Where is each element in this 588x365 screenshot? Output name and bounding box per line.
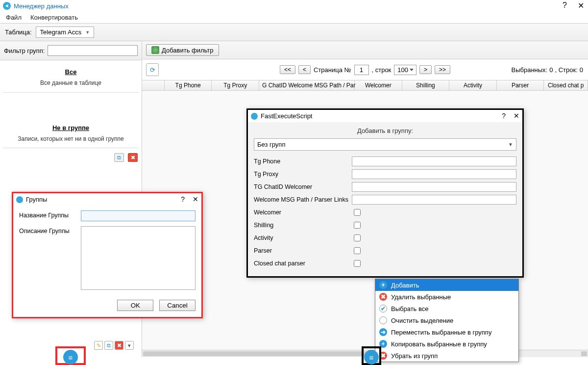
dialog-icon bbox=[16, 196, 23, 203]
delete-icon[interactable]: ✖ bbox=[128, 153, 138, 162]
selected-value: 0 bbox=[549, 66, 553, 74]
chevron-down-icon: ▼ bbox=[508, 142, 513, 147]
field-label: Shilling bbox=[254, 222, 352, 229]
context-menu: +Добавить ✖Удалить выбранные ✔Выбрать вс… bbox=[375, 279, 519, 362]
delete-icon[interactable]: ✖ bbox=[115, 341, 123, 350]
list-icon[interactable]: ≡ bbox=[364, 350, 379, 365]
group-ungrouped[interactable]: Не в группе Записи, которых нет ни в одн… bbox=[3, 119, 139, 149]
group-filter-row: Фильтр групп: bbox=[0, 41, 142, 60]
titlebar: Менеджер данных ? ✕ bbox=[0, 0, 588, 12]
ctx-copy-to-group[interactable]: +Копировать выбранные в группу bbox=[375, 338, 518, 350]
msg-path-input[interactable] bbox=[352, 195, 516, 205]
clear-icon bbox=[379, 316, 387, 324]
group-title: Не в группе bbox=[5, 124, 137, 131]
close-button[interactable]: ✕ bbox=[578, 1, 584, 10]
tg-phone-input[interactable] bbox=[352, 156, 516, 166]
ctx-clear-selection[interactable]: Очистить выделение bbox=[375, 314, 518, 326]
pager: ⟳ << < Страница № , строк 100 > >> Выбра… bbox=[142, 59, 588, 80]
table-select[interactable]: Telegram Accs ▼ bbox=[36, 26, 94, 38]
edit-icon[interactable]: ✎ bbox=[94, 341, 103, 350]
refresh-button[interactable]: ⟳ bbox=[146, 63, 159, 76]
group-title: Все bbox=[5, 68, 137, 76]
page-input[interactable] bbox=[354, 65, 368, 75]
group-desc-input[interactable] bbox=[81, 226, 196, 290]
ctx-delete[interactable]: ✖Удалить выбранные bbox=[375, 291, 518, 303]
col-parser[interactable]: Parser bbox=[497, 80, 544, 90]
activity-check[interactable] bbox=[354, 235, 361, 241]
add-to-group-label: Добавить в группу: bbox=[254, 127, 516, 134]
copy-icon[interactable]: ⧉ bbox=[104, 341, 113, 350]
prev-page-button[interactable]: < bbox=[298, 65, 311, 74]
col-activity[interactable]: Activity bbox=[449, 80, 497, 90]
highlight-list-button-2: ≡ bbox=[362, 346, 381, 365]
next-page-button[interactable]: > bbox=[419, 65, 432, 74]
group-desc-label: Описание Группы bbox=[19, 226, 77, 290]
col-tgproxy[interactable]: Tg Proxy bbox=[212, 80, 259, 90]
col-chatid[interactable]: G ChatID Welcome MSG Path / Par bbox=[259, 80, 355, 90]
group-desc: Записи, которых нет ни в одной группе bbox=[5, 135, 137, 143]
dialog-icon bbox=[251, 113, 258, 120]
group-name-input[interactable] bbox=[81, 210, 196, 221]
ok-button[interactable]: OK bbox=[117, 300, 153, 311]
move-icon: ➜ bbox=[379, 328, 387, 336]
dialog-close-button[interactable]: ✕ bbox=[514, 112, 519, 120]
rows-select[interactable]: 100 bbox=[394, 65, 416, 75]
rowcount-label: , Строк: bbox=[555, 66, 577, 74]
delete-icon: ✖ bbox=[379, 293, 387, 301]
welcomer-check[interactable] bbox=[354, 209, 361, 216]
field-label: TG ChatID Welcomer bbox=[254, 183, 352, 190]
last-page-button[interactable]: >> bbox=[435, 65, 450, 74]
dialog-title: Группы bbox=[26, 196, 47, 203]
toolbar: Таблица: Telegram Accs ▼ bbox=[0, 23, 588, 41]
field-label: Tg Proxy bbox=[254, 171, 352, 178]
first-page-button[interactable]: << bbox=[280, 65, 295, 74]
dialog-help-button[interactable]: ? bbox=[181, 195, 185, 203]
group-name-label: Название Группы bbox=[19, 210, 77, 221]
ctx-move-to-group[interactable]: ➜Переместить выбранные в группу bbox=[375, 326, 518, 338]
copy-icon[interactable]: ⧉ bbox=[114, 153, 124, 162]
ctx-remove-from-groups[interactable]: ✖Убрать из групп bbox=[375, 350, 518, 362]
fastexecute-dialog: FastExecuteScript ? ✕ Добавить в группу:… bbox=[246, 108, 524, 278]
closed-chat-check[interactable] bbox=[354, 260, 361, 267]
add-filter-button[interactable]: Добавить фильтр bbox=[146, 44, 219, 56]
group-filter-input[interactable] bbox=[48, 45, 138, 56]
ctx-add[interactable]: +Добавить bbox=[375, 279, 518, 291]
rowcount-value: 0 bbox=[580, 66, 583, 74]
rows-label: , строк bbox=[371, 66, 391, 74]
shilling-check[interactable] bbox=[354, 222, 361, 229]
group-select[interactable]: Без групп ▼ bbox=[254, 138, 516, 151]
field-label: Parser bbox=[254, 247, 352, 254]
groups-dialog: Группы ? ✕ Название Группы Описание Груп… bbox=[12, 192, 203, 318]
field-label: Activity bbox=[254, 235, 352, 241]
group-desc: Все данные в таблице bbox=[5, 79, 137, 87]
tg-proxy-input[interactable] bbox=[352, 169, 516, 179]
field-label: Welcomer bbox=[254, 209, 352, 216]
plus-icon: + bbox=[379, 281, 387, 289]
parser-check[interactable] bbox=[354, 247, 361, 254]
check-icon: ✔ bbox=[379, 305, 387, 313]
field-label: Closed chat parser bbox=[254, 260, 352, 267]
tg-chatid-input[interactable] bbox=[352, 182, 516, 192]
menu-convert[interactable]: Конвертировать bbox=[30, 14, 78, 21]
dialog-help-button[interactable]: ? bbox=[502, 112, 506, 120]
menubar: Файл Конвертировать bbox=[0, 12, 588, 23]
group-all[interactable]: Все Все данные в таблице bbox=[3, 63, 139, 93]
help-button[interactable]: ? bbox=[563, 1, 567, 10]
dropdown-icon[interactable]: ▾ bbox=[125, 341, 134, 350]
col-shilling[interactable]: Shilling bbox=[402, 80, 450, 90]
ctx-select-all[interactable]: ✔Выбрать все bbox=[375, 303, 518, 314]
menu-file[interactable]: Файл bbox=[6, 14, 22, 21]
col-tgphone[interactable]: Tg Phone bbox=[165, 80, 212, 90]
group-select-value: Без групп bbox=[257, 141, 285, 148]
cancel-button[interactable]: Cancel bbox=[159, 300, 196, 311]
col-closed[interactable]: Closed chat p bbox=[544, 80, 588, 90]
dialog-title: FastExecuteScript bbox=[261, 112, 313, 120]
col-welcomer[interactable]: Welcomer bbox=[355, 80, 402, 90]
list-icon[interactable]: ≡ bbox=[63, 350, 78, 365]
field-label: Tg Phone bbox=[254, 158, 352, 165]
grid-header: Tg Phone Tg Proxy G ChatID Welcome MSG P… bbox=[142, 80, 588, 91]
app-icon bbox=[3, 2, 11, 10]
page-label: Страница № bbox=[314, 66, 351, 74]
dialog-close-button[interactable]: ✕ bbox=[193, 195, 198, 203]
selected-label: Выбранных: bbox=[511, 66, 547, 74]
